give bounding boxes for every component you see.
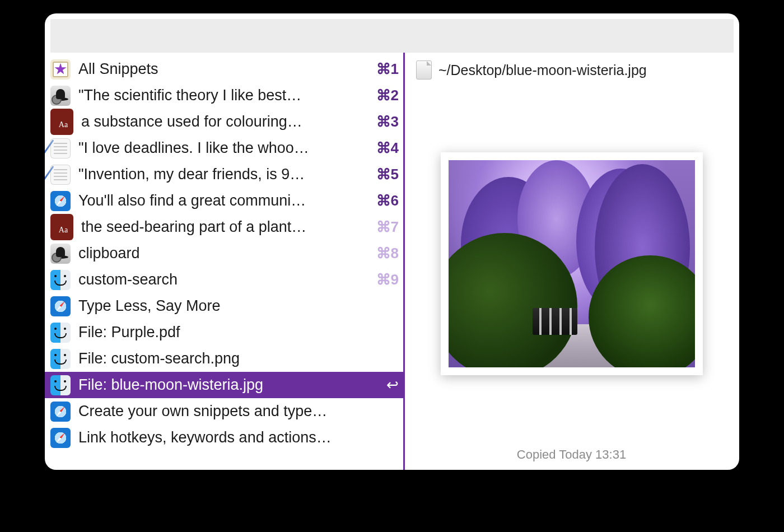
dictionary-icon: Aa bbox=[50, 109, 73, 135]
preview-thumbnail bbox=[441, 152, 703, 375]
result-shortcut: ⌘7 bbox=[372, 218, 399, 236]
note-icon bbox=[50, 165, 71, 185]
result-row[interactable]: File: blue-moon-wisteria.jpg↩ bbox=[45, 372, 403, 398]
result-label: "I love deadlines. I like the whoo… bbox=[78, 139, 372, 157]
result-row[interactable]: "The scientific theory I like best…⌘2 bbox=[45, 82, 403, 109]
result-label: You'll also find a great communi… bbox=[78, 192, 372, 209]
finder-icon bbox=[50, 323, 71, 343]
preview-path-line: ~/Desktop/blue-moon-wisteria.jpg bbox=[416, 60, 727, 80]
result-label: File: custom-search.png bbox=[78, 350, 399, 367]
result-label: "Invention, my dear friends, is 9… bbox=[78, 166, 372, 183]
result-label: Type Less, Say More bbox=[78, 297, 399, 315]
result-label: File: Purple.pdf bbox=[78, 324, 399, 341]
enter-icon: ↩ bbox=[383, 376, 399, 394]
result-label: a substance used for colouring… bbox=[81, 113, 372, 130]
hat-gear-icon bbox=[50, 86, 71, 106]
result-row[interactable]: Aaa substance used for colouring…⌘3 bbox=[45, 109, 403, 135]
result-shortcut: ⌘3 bbox=[372, 113, 399, 130]
result-row[interactable]: "Invention, my dear friends, is 9…⌘5 bbox=[45, 161, 403, 188]
result-shortcut: ⌘5 bbox=[372, 166, 399, 183]
safari-icon bbox=[50, 296, 71, 316]
result-row[interactable]: "I love deadlines. I like the whoo…⌘4 bbox=[45, 135, 403, 161]
result-row[interactable]: clipboard⌘8 bbox=[45, 240, 403, 267]
clipboard-star-icon bbox=[50, 59, 71, 80]
finder-icon bbox=[50, 375, 71, 395]
preview-pane: ~/Desktop/blue-moon-wisteria.jpg bbox=[405, 53, 739, 470]
result-label: clipboard bbox=[78, 245, 372, 262]
dictionary-icon: Aa bbox=[50, 214, 73, 240]
file-icon bbox=[416, 60, 432, 80]
search-input[interactable] bbox=[50, 19, 734, 53]
result-row[interactable]: Type Less, Say More bbox=[45, 293, 403, 319]
result-row[interactable]: File: custom-search.png bbox=[45, 346, 403, 372]
search-bar-container bbox=[45, 13, 739, 53]
preview-footer: Copied Today 13:31 bbox=[416, 447, 727, 464]
safari-icon bbox=[50, 191, 71, 211]
result-row[interactable]: All Snippets⌘1 bbox=[45, 56, 403, 82]
result-label: Create your own snippets and type… bbox=[78, 403, 399, 420]
result-label: the seed-bearing part of a plant… bbox=[81, 218, 372, 236]
result-label: custom-search bbox=[78, 271, 372, 288]
result-label: "The scientific theory I like best… bbox=[78, 87, 372, 104]
launcher-panel: All Snippets⌘1"The scientific theory I l… bbox=[45, 13, 739, 470]
finder-icon bbox=[50, 270, 71, 290]
result-row[interactable]: File: Purple.pdf bbox=[45, 319, 403, 346]
finder-icon bbox=[50, 349, 71, 369]
result-shortcut: ⌘9 bbox=[372, 271, 399, 288]
result-shortcut: ⌘8 bbox=[372, 245, 399, 262]
result-row[interactable]: You'll also find a great communi…⌘6 bbox=[45, 188, 403, 214]
result-shortcut: ⌘1 bbox=[372, 60, 399, 78]
safari-icon bbox=[50, 428, 71, 448]
result-shortcut: ⌘6 bbox=[372, 192, 399, 209]
results-list: All Snippets⌘1"The scientific theory I l… bbox=[45, 53, 405, 470]
result-row[interactable]: Aathe seed-bearing part of a plant…⌘7 bbox=[45, 214, 403, 240]
result-label: File: blue-moon-wisteria.jpg bbox=[78, 376, 383, 394]
result-label: Link hotkeys, keywords and actions… bbox=[78, 429, 399, 446]
result-shortcut: ⌘2 bbox=[372, 87, 399, 104]
panel-body: All Snippets⌘1"The scientific theory I l… bbox=[45, 53, 739, 470]
result-row[interactable]: custom-search⌘9 bbox=[45, 267, 403, 293]
preview-path: ~/Desktop/blue-moon-wisteria.jpg bbox=[438, 62, 647, 78]
safari-icon bbox=[50, 402, 71, 422]
result-label: All Snippets bbox=[78, 60, 372, 78]
result-row[interactable]: Link hotkeys, keywords and actions… bbox=[45, 424, 403, 451]
result-row[interactable]: Create your own snippets and type… bbox=[45, 398, 403, 424]
hat-gear-icon bbox=[50, 244, 71, 264]
result-shortcut: ⌘4 bbox=[372, 139, 399, 157]
preview-image bbox=[449, 160, 695, 367]
note-icon bbox=[50, 138, 71, 158]
